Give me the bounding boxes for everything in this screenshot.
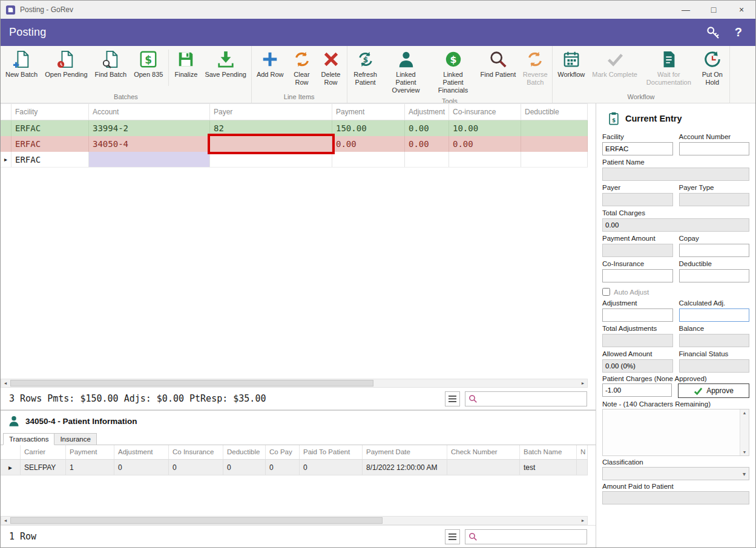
wait-for-documentation-button[interactable]: Wait for Documentation: [641, 47, 697, 88]
grid-cell[interactable]: [521, 136, 588, 152]
grid-cell[interactable]: 34050-4: [89, 136, 210, 152]
grid-column-header[interactable]: Account: [89, 104, 210, 120]
copay-input[interactable]: [679, 244, 750, 257]
grid-cell[interactable]: [332, 152, 405, 167]
transactions-column-header[interactable]: Paid To Patient: [300, 445, 363, 459]
transactions-search-input[interactable]: [481, 532, 583, 541]
classification-dropdown[interactable]: ▾: [602, 467, 749, 480]
row-gutter[interactable]: [1, 136, 12, 152]
scroll-left-icon[interactable]: ◄: [1, 517, 10, 524]
new-batch-button[interactable]: New Batch: [2, 47, 41, 80]
grid-cell[interactable]: ERFAC: [12, 120, 89, 136]
find-batch-button[interactable]: Find Batch: [91, 47, 131, 80]
scroll-left-icon[interactable]: ◄: [1, 379, 10, 387]
transactions-column-header[interactable]: Check Number: [447, 445, 520, 459]
grid-cell[interactable]: 150.00: [332, 120, 405, 136]
grid-cell[interactable]: 0.00: [332, 136, 405, 152]
transactions-column-header[interactable]: Batch Name: [520, 445, 577, 459]
scroll-up-icon[interactable]: ▲: [743, 411, 747, 415]
grid-search-input[interactable]: [481, 394, 583, 403]
transactions-column-header[interactable]: Carrier: [21, 445, 66, 459]
grid-row-error[interactable]: ERFAC 34050-4 0.00 0.00 0.00: [1, 136, 588, 152]
grid-row-posted[interactable]: ERFAC 33994-2 82 150.00 0.00 10.00: [1, 120, 588, 136]
scroll-down-icon[interactable]: ▼: [743, 450, 747, 454]
grid-cell[interactable]: [449, 152, 521, 167]
selected-cell-account[interactable]: [89, 152, 210, 167]
linked-patient-overview-button[interactable]: Linked Patient Overview: [383, 47, 430, 96]
row-gutter[interactable]: [1, 120, 12, 136]
put-on-hold-button[interactable]: Put On Hold: [697, 47, 728, 88]
grid-cell[interactable]: 10.00: [449, 120, 521, 136]
scrollbar-thumb[interactable]: [10, 517, 383, 524]
payer-cell-empty[interactable]: [210, 136, 332, 152]
transaction-cell[interactable]: 0: [266, 460, 300, 475]
save-pending-button[interactable]: Save Pending: [201, 47, 250, 80]
transactions-menu-button[interactable]: [445, 529, 460, 544]
tab-insurance[interactable]: Insurance: [54, 433, 97, 445]
refresh-patient-button[interactable]: $ Refresh Patient: [349, 47, 383, 88]
find-patient-button[interactable]: Find Patient: [477, 47, 520, 80]
facility-input[interactable]: [602, 142, 673, 155]
linked-patient-financials-button[interactable]: $ Linked Patient Financials: [430, 47, 477, 96]
maximize-button[interactable]: □: [700, 1, 728, 19]
close-button[interactable]: ×: [728, 1, 755, 19]
grid-cell[interactable]: 82: [210, 120, 332, 136]
note-scrollbar[interactable]: ▲▼: [740, 409, 749, 455]
grid-cell[interactable]: 0.00: [405, 136, 449, 152]
grid-column-header[interactable]: Payer: [210, 104, 332, 120]
transaction-cell[interactable]: 0: [300, 460, 363, 475]
minimize-button[interactable]: —: [672, 1, 700, 19]
grid-column-header[interactable]: Co-insurance: [449, 104, 521, 120]
transactions-column-header[interactable]: Payment: [66, 445, 114, 459]
co-insurance-input[interactable]: [602, 269, 673, 282]
transactions-hscrollbar[interactable]: ◄ ►: [1, 516, 588, 525]
transaction-cell[interactable]: SELFPAY: [21, 460, 66, 475]
transactions-column-header[interactable]: N: [577, 445, 588, 459]
workflow-button[interactable]: Workflow: [554, 47, 588, 80]
tab-transactions[interactable]: Transactions: [3, 433, 54, 445]
grid-cell[interactable]: [521, 120, 588, 136]
transactions-column-header[interactable]: Co Insurance: [169, 445, 223, 459]
current-row-indicator[interactable]: ▸: [1, 152, 12, 167]
grid-cell[interactable]: ERFAC: [12, 136, 89, 152]
note-textarea[interactable]: [603, 409, 740, 455]
grid-cell[interactable]: [210, 152, 332, 167]
grid-cell[interactable]: 0.00: [449, 136, 521, 152]
clear-row-button[interactable]: Clear Row: [288, 47, 317, 88]
transaction-cell[interactable]: [447, 460, 520, 475]
key-icon[interactable]: [706, 25, 720, 40]
transactions-column-header[interactable]: Deductible: [223, 445, 266, 459]
grid-cell[interactable]: [405, 152, 449, 167]
transactions-column-header[interactable]: Payment Date: [363, 445, 447, 459]
scroll-right-icon[interactable]: ►: [579, 379, 587, 387]
finalize-button[interactable]: Finalize: [171, 47, 201, 80]
grid-menu-button[interactable]: [445, 391, 460, 406]
add-row-button[interactable]: Add Row: [253, 47, 288, 80]
grid-hscrollbar[interactable]: ◄ ►: [1, 379, 588, 388]
help-icon[interactable]: ?: [735, 25, 742, 39]
transactions-column-header[interactable]: Adjustment: [114, 445, 169, 459]
approve-button[interactable]: Approve: [678, 383, 749, 398]
patient-charges-input[interactable]: [602, 383, 672, 397]
grid-cell[interactable]: 33994-2: [89, 120, 210, 136]
grid-row-new[interactable]: ▸ ERFAC: [1, 152, 588, 168]
grid-column-header[interactable]: Facility: [12, 104, 89, 120]
calculated-adj-input[interactable]: [679, 308, 750, 322]
delete-row-button[interactable]: Delete Row: [317, 47, 346, 88]
grid-column-header[interactable]: Adjustment: [405, 104, 449, 120]
account-number-input[interactable]: [679, 142, 750, 155]
current-row-indicator[interactable]: ▸: [1, 460, 21, 475]
grid-column-header[interactable]: Deductible: [521, 104, 588, 120]
transaction-cell[interactable]: test: [520, 460, 577, 475]
open-pending-button[interactable]: Open Pending: [41, 47, 91, 80]
transaction-cell[interactable]: 1: [66, 460, 114, 475]
transaction-cell[interactable]: 8/1/2022 12:00:00 AM: [363, 460, 447, 475]
open-835-button[interactable]: $ Open 835: [130, 47, 166, 80]
grid-cell[interactable]: 0.00: [405, 120, 449, 136]
transaction-cell[interactable]: [577, 460, 588, 475]
transaction-cell[interactable]: 0: [223, 460, 266, 475]
transaction-cell[interactable]: 0: [169, 460, 223, 475]
adjustment-input[interactable]: [602, 308, 673, 322]
transaction-cell[interactable]: 0: [114, 460, 169, 475]
grid-column-header[interactable]: Payment: [332, 104, 405, 120]
